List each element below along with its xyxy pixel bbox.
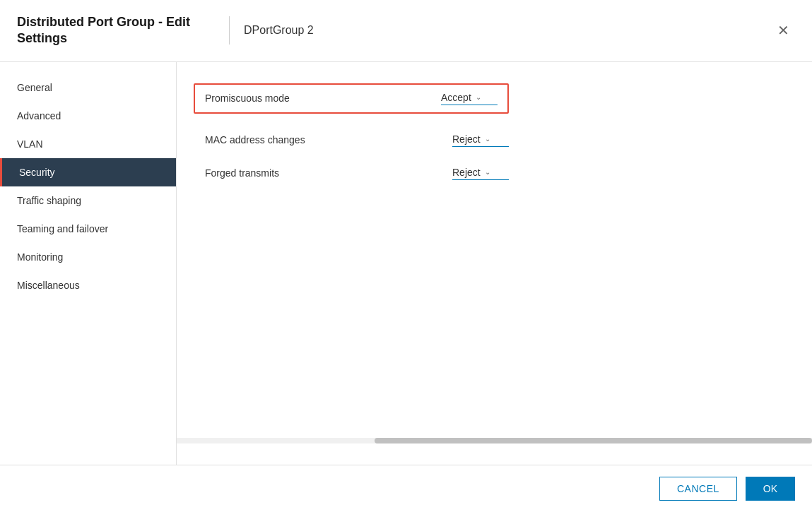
sidebar-item-miscellaneous[interactable]: Miscellaneous xyxy=(0,271,176,299)
sidebar-item-vlan[interactable]: VLAN xyxy=(0,130,176,158)
chevron-down-icon: ⌄ xyxy=(485,135,490,143)
mac-address-changes-label: MAC address changes xyxy=(205,134,452,145)
sidebar-item-teaming-failover[interactable]: Teaming and failover xyxy=(0,215,176,243)
scrollbar-thumb xyxy=(375,438,812,443)
promiscuous-mode-row: Promiscuous mode Accept ⌄ xyxy=(194,83,509,114)
modal-dialog: Distributed Port Group - Edit Settings D… xyxy=(0,0,812,512)
sidebar-item-general[interactable]: General xyxy=(0,73,176,102)
modal-overlay: Distributed Port Group - Edit Settings D… xyxy=(0,0,812,512)
modal-title: Distributed Port Group - Edit Settings xyxy=(17,14,215,47)
promiscuous-mode-label: Promiscuous mode xyxy=(205,93,441,104)
cancel-button[interactable]: CANCEL xyxy=(659,477,737,501)
sidebar-item-security[interactable]: Security xyxy=(0,158,176,186)
horizontal-scrollbar[interactable] xyxy=(177,438,812,443)
ok-button[interactable]: OK xyxy=(746,477,795,501)
sidebar-item-monitoring[interactable]: Monitoring xyxy=(0,243,176,271)
mac-address-changes-select[interactable]: Reject ⌄ xyxy=(452,133,509,147)
header-divider xyxy=(229,16,230,44)
mac-address-changes-row: MAC address changes Reject ⌄ xyxy=(205,133,509,147)
modal-footer: CANCEL OK xyxy=(0,465,812,512)
sidebar: General Advanced VLAN Security Traffic s… xyxy=(0,62,177,465)
modal-body: General Advanced VLAN Security Traffic s… xyxy=(0,62,812,465)
modal-subtitle: DPortGroup 2 xyxy=(244,24,314,37)
forged-transmits-row: Forged transmits Reject ⌄ xyxy=(205,167,509,180)
mac-address-changes-value: Reject xyxy=(452,133,481,145)
chevron-down-icon: ⌄ xyxy=(485,168,490,176)
modal-header: Distributed Port Group - Edit Settings D… xyxy=(0,0,812,62)
forged-transmits-value: Reject xyxy=(452,167,481,178)
chevron-down-icon: ⌄ xyxy=(476,93,481,101)
sidebar-item-traffic-shaping[interactable]: Traffic shaping xyxy=(0,186,176,215)
forged-transmits-label: Forged transmits xyxy=(205,167,452,179)
sidebar-item-advanced[interactable]: Advanced xyxy=(0,102,176,130)
promiscuous-mode-select[interactable]: Accept ⌄ xyxy=(441,92,498,105)
promiscuous-mode-value: Accept xyxy=(441,92,471,103)
close-button[interactable]: ✕ xyxy=(772,20,795,40)
content-area: Promiscuous mode Accept ⌄ MAC address ch… xyxy=(177,62,812,465)
forged-transmits-select[interactable]: Reject ⌄ xyxy=(452,167,509,180)
